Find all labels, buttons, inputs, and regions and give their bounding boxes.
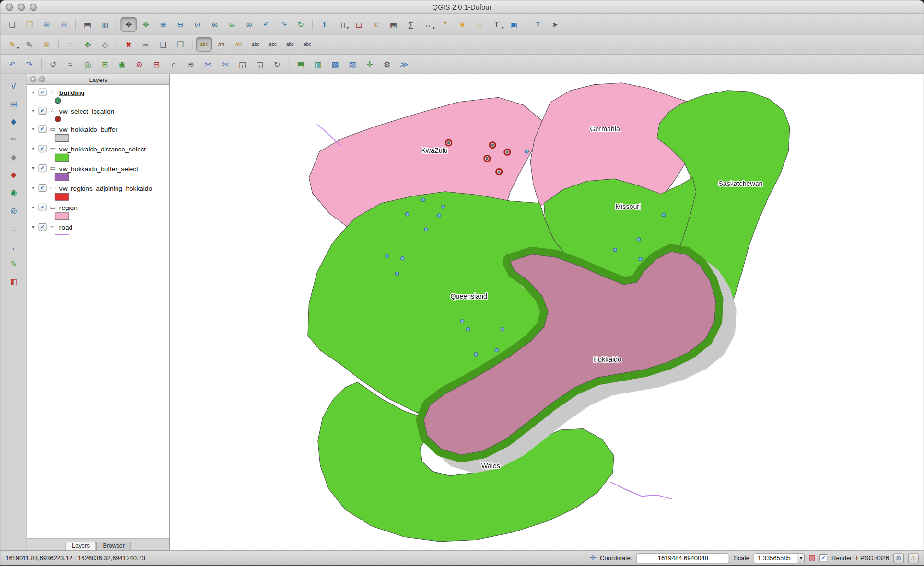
paste-style-button[interactable]: ▥ xyxy=(310,57,326,71)
move-feature-button[interactable]: ✥ xyxy=(80,37,95,52)
expander-icon[interactable]: ▼ xyxy=(31,147,36,151)
layer-item-vw_hokkaido_buffer_select[interactable]: ▼✓▭vw_hokkaido_buffer_select xyxy=(27,163,169,173)
delete-ring-button[interactable]: ⊘ xyxy=(131,57,147,71)
new-shapefile-layer-button[interactable]: ✎ xyxy=(5,256,22,271)
save-project-as-button[interactable]: ✇ xyxy=(56,17,71,32)
add-oracle-layer-button[interactable]: ◆ xyxy=(5,167,22,182)
paste-features-button[interactable]: ❐ xyxy=(172,37,188,52)
layer-checkbox[interactable]: ✓ xyxy=(39,89,47,96)
layer-label[interactable]: road xyxy=(59,223,72,231)
form-annotation-button[interactable]: ▣ xyxy=(506,17,522,32)
raster-calculator-button[interactable]: ✛ xyxy=(362,57,377,71)
redo-button[interactable]: ↷ xyxy=(22,57,37,71)
zoom-to-selection-button[interactable]: ⊜ xyxy=(224,17,240,32)
layer-item-building[interactable]: ▼✓∴building xyxy=(27,87,169,97)
undo-button[interactable]: ↶ xyxy=(4,57,20,71)
expander-icon[interactable]: ▼ xyxy=(31,127,36,131)
layer-checkbox[interactable]: ✓ xyxy=(39,204,47,211)
zoom-in-button[interactable]: ⊕ xyxy=(155,17,171,32)
minimize-window-button[interactable] xyxy=(18,3,25,11)
scale-combo[interactable]: 1:33565585 ▾ xyxy=(753,553,805,563)
reshape-features-button[interactable]: ∩ xyxy=(166,57,182,71)
layer-label[interactable]: region xyxy=(59,204,78,211)
layer-checkbox[interactable]: ✓ xyxy=(39,164,47,172)
title-bar[interactable]: QGIS 2.0.1-Dufour xyxy=(0,0,924,14)
save-layer-edits-button[interactable]: ✇ xyxy=(39,37,55,52)
map-canvas[interactable]: KwaZulu Germania Saskatchewan Missouri Q… xyxy=(170,74,924,550)
text-annotation-button[interactable]: T▾ xyxy=(489,17,504,32)
add-wfs-layer-button[interactable]: ◌ xyxy=(5,220,22,235)
fill-ring-button[interactable]: ◉ xyxy=(114,57,130,71)
identify-features-button[interactable]: ℹ xyxy=(316,17,332,32)
expander-icon[interactable]: ▼ xyxy=(31,109,36,113)
road-line-southeast[interactable] xyxy=(611,482,672,499)
composer-manager-button[interactable]: ▥ xyxy=(97,17,113,32)
label-rotate-button[interactable]: abc xyxy=(265,37,281,52)
processing-toolbox-button[interactable]: ⚙ xyxy=(379,57,395,71)
label-highlight-button[interactable]: ab xyxy=(231,37,246,52)
label-properties-button[interactable]: abc xyxy=(299,37,315,52)
select-by-expression-button[interactable]: ε xyxy=(368,17,384,32)
add-wcs-layer-button[interactable]: ◎ xyxy=(5,202,22,218)
messages-button[interactable]: ⚠ xyxy=(908,553,919,563)
layer-item-vw_hokkaido_distance_select[interactable]: ▼✓▭vw_hokkaido_distance_select xyxy=(27,144,169,153)
toggle-editing-button[interactable]: ✎ xyxy=(22,37,37,52)
topology-checker-button[interactable]: ▨ xyxy=(344,57,360,71)
delete-part-button[interactable]: ⊟ xyxy=(149,57,164,71)
current-edits-button[interactable]: ✎▾ xyxy=(4,37,20,52)
pan-map-button[interactable]: ✥ xyxy=(120,17,136,32)
offline-editing-button[interactable]: ▩ xyxy=(327,57,343,71)
layer-item-region[interactable]: ▼✓▭region xyxy=(27,202,169,212)
tab-browser[interactable]: Browser xyxy=(96,542,131,551)
panel-undock-button[interactable]: ▫ xyxy=(39,76,46,83)
layer-label[interactable]: building xyxy=(59,89,85,96)
road-line-northwest[interactable] xyxy=(318,125,341,146)
expander-icon[interactable]: ▼ xyxy=(31,225,36,229)
rotate-feature-button[interactable]: ↺ xyxy=(45,57,61,71)
label-change-button[interactable]: abc xyxy=(282,37,298,52)
save-project-button[interactable]: ✇ xyxy=(39,17,55,32)
delete-selected-button[interactable]: ✖ xyxy=(120,37,136,52)
coordinate-capture-icon[interactable]: ✛ xyxy=(590,554,596,562)
rotate-point-symbols-button[interactable]: ↻ xyxy=(269,57,285,71)
new-print-composer-button[interactable]: ▤ xyxy=(80,17,95,32)
split-parts-button[interactable]: ✄ xyxy=(217,57,233,71)
merge-features-button[interactable]: ◱ xyxy=(234,57,250,71)
whats-this-button[interactable]: ➤ xyxy=(547,17,563,32)
zoom-window-button[interactable] xyxy=(30,3,37,11)
zoom-to-layer-button[interactable]: ⊚ xyxy=(241,17,257,32)
copy-style-button[interactable]: ▤ xyxy=(293,57,309,71)
layer-label[interactable]: vw_hokkaido_buffer_select xyxy=(59,165,138,172)
help-contents-button[interactable]: ? xyxy=(530,17,546,32)
stop-render-icon[interactable]: ▨ xyxy=(809,554,816,562)
add-feature-button[interactable]: ∴ xyxy=(62,37,78,52)
label-pin-button[interactable]: ab xyxy=(213,37,229,52)
layer-label[interactable]: vw_regions_adjoining_hokkaido xyxy=(59,185,152,192)
layer-checkbox[interactable]: ✓ xyxy=(39,145,47,152)
zoom-out-button[interactable]: ⊖ xyxy=(172,17,188,32)
coordinate-input[interactable] xyxy=(636,553,729,563)
add-wms-layer-button[interactable]: ◉ xyxy=(5,185,22,200)
expander-icon[interactable]: ▼ xyxy=(31,186,36,190)
open-project-button[interactable]: ❐ xyxy=(22,17,37,32)
layer-checkbox[interactable]: ✓ xyxy=(39,125,47,133)
combo-arrow-icon[interactable]: ▾ xyxy=(797,554,804,563)
expander-icon[interactable]: ▼ xyxy=(31,90,36,94)
layer-label[interactable]: vw_hokkaido_distance_select xyxy=(59,145,146,152)
label-move-button[interactable]: abc xyxy=(247,37,263,52)
add-delimited-text-layer-button[interactable]: , xyxy=(5,238,22,254)
node-tool-button[interactable]: ◇ xyxy=(97,37,113,52)
crs-status-button[interactable]: ⊕ xyxy=(893,553,904,563)
refresh-map-button[interactable]: ↻ xyxy=(293,17,309,32)
field-calculator-button[interactable]: ∑ xyxy=(403,17,419,32)
new-bookmark-button[interactable]: ★ xyxy=(454,17,470,32)
add-postgis-layer-button[interactable]: ◆ xyxy=(5,114,22,129)
copy-features-button[interactable]: ❏ xyxy=(155,37,171,52)
add-vector-layer-button[interactable]: V xyxy=(5,78,22,93)
close-window-button[interactable] xyxy=(6,3,13,11)
zoom-actual-size-button[interactable]: ⊙ xyxy=(189,17,205,32)
layer-checkbox[interactable]: ✓ xyxy=(39,107,47,115)
layer-item-vw_select_location[interactable]: ▼✓∴vw_select_location xyxy=(27,105,169,115)
zoom-full-extent-button[interactable]: ⊛ xyxy=(207,17,222,32)
layer-label[interactable]: vw_hokkaido_buffer xyxy=(59,126,117,133)
